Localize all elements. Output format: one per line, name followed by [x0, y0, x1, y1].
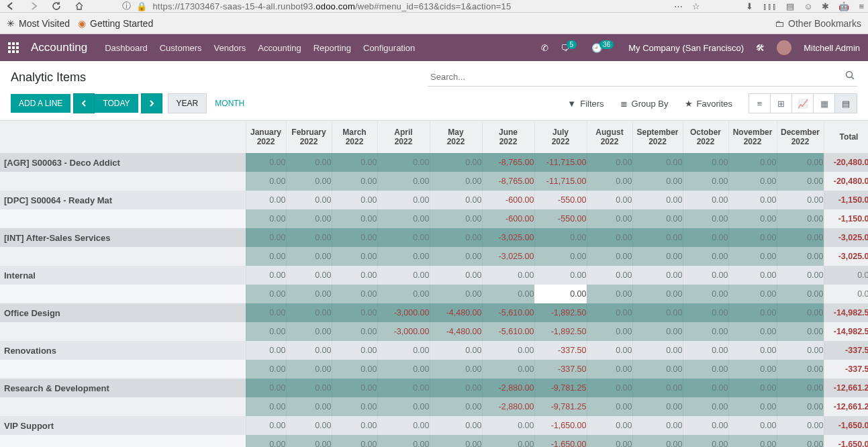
grid-cell[interactable]: -337.50 — [534, 341, 587, 360]
grid-cell[interactable]: 0.00 — [246, 322, 286, 341]
row-label[interactable]: VIP Support — [0, 416, 246, 435]
scale-month-button[interactable]: MONTH — [207, 93, 252, 113]
grid-cell[interactable]: 0.00 — [587, 228, 632, 247]
grid-cell[interactable]: 0.00 — [683, 341, 728, 360]
grid-cell[interactable]: 0.00 — [728, 266, 777, 285]
grid-cell[interactable]: 0.00 — [728, 341, 777, 360]
grid-cell[interactable]: 0.00 — [632, 379, 683, 397]
activity-icon[interactable]: 🕘36 — [591, 43, 616, 53]
menu-reporting[interactable]: Reporting — [314, 43, 351, 53]
bookmark-getting-started[interactable]: ◉Getting Started — [78, 18, 153, 29]
grid-cell[interactable]: 0.00 — [632, 360, 683, 379]
grid-cell[interactable]: 0.00 — [286, 397, 332, 416]
grid-cell[interactable]: -3,025.00 — [482, 228, 534, 247]
grid-cell[interactable]: 0.00 — [632, 209, 683, 228]
row-label[interactable]: Renovations — [0, 341, 246, 360]
grid-cell[interactable]: 0.00 — [587, 379, 632, 397]
row-label[interactable]: [INT] After-Sales Services — [0, 228, 246, 247]
grid-cell[interactable]: 0.00 — [587, 303, 632, 322]
grid-cell[interactable]: 0.00 — [430, 191, 482, 209]
grid-cell[interactable]: 0.00 — [777, 209, 824, 228]
grid-cell[interactable]: -11,715.00 — [534, 153, 587, 172]
grid-cell[interactable]: 0.00 — [728, 435, 777, 447]
grid-cell[interactable]: -1,892.50 — [534, 322, 587, 341]
grid-cell[interactable]: 0.00 — [777, 228, 824, 247]
grid-cell[interactable]: 0.00 — [777, 191, 824, 209]
grid-cell[interactable]: 0.00 — [332, 397, 377, 416]
more-icon[interactable]: ⋯ — [674, 1, 683, 11]
grid-cell[interactable]: 0.00 — [777, 172, 824, 191]
grid-cell[interactable]: -11,715.00 — [534, 172, 587, 191]
grid-cell[interactable]: -2,880.00 — [482, 379, 534, 397]
grid-cell[interactable]: 0.00 — [377, 209, 430, 228]
grid-cell[interactable]: 0.00 — [632, 416, 683, 435]
grid-cell[interactable]: -9,781.25 — [534, 379, 587, 397]
company-switcher[interactable]: My Company (San Francisco) — [628, 43, 744, 53]
grid-cell[interactable]: 0.00 — [534, 266, 587, 285]
grid-cell[interactable]: 0.00 — [683, 322, 728, 341]
grid-cell[interactable]: 0.00 — [728, 379, 777, 397]
grid-cell[interactable]: 0.00 — [683, 360, 728, 379]
grid-cell[interactable]: 0.00 — [246, 360, 286, 379]
library-icon[interactable]: ⫿⫿⫿ — [763, 1, 777, 11]
grid-cell[interactable]: 0.00 — [587, 247, 632, 266]
bookmark-other[interactable]: 🗀Other Bookmarks — [775, 18, 861, 29]
grid-cell[interactable]: -4,480.00 — [430, 303, 482, 322]
grid-cell[interactable]: -600.00 — [482, 209, 534, 228]
grid-cell[interactable]: 0.00 — [587, 172, 632, 191]
grid-cell[interactable]: 0.00 — [377, 416, 430, 435]
grid-cell[interactable]: 0.00 — [246, 285, 286, 303]
row-label[interactable]: [DPC] S00064 - Ready Mat — [0, 191, 246, 209]
grid-cell[interactable]: 0.00 — [728, 360, 777, 379]
grid-cell[interactable]: 0.00 — [587, 266, 632, 285]
grid-cell[interactable]: 0.00 — [482, 435, 534, 447]
grid-cell[interactable]: 0.00 — [777, 247, 824, 266]
grid-cell[interactable]: 0.00 — [587, 341, 632, 360]
reader-icon[interactable]: ▤ — [786, 1, 794, 11]
grid-cell[interactable]: 0.00 — [332, 435, 377, 447]
grid-cell[interactable]: 0.00 — [430, 172, 482, 191]
grid-cell[interactable]: 0.00 — [632, 266, 683, 285]
download-icon[interactable]: ⬇ — [746, 1, 753, 11]
row-label[interactable] — [0, 397, 246, 416]
grid-cell[interactable]: 0.00 — [728, 285, 777, 303]
grid-cell[interactable]: 0.00 — [728, 303, 777, 322]
messaging-icon[interactable]: 🗨5 — [561, 43, 580, 53]
grid-cell[interactable]: 0.00 — [587, 191, 632, 209]
today-button[interactable]: TODAY — [95, 94, 138, 113]
grid-cell[interactable]: 0.00 — [587, 397, 632, 416]
grid-cell[interactable]: 0.00 — [332, 379, 377, 397]
grid-cell[interactable]: 0.00 — [377, 360, 430, 379]
grid-cell[interactable]: 0.00 — [683, 397, 728, 416]
grid-cell[interactable]: 0.00 — [286, 266, 332, 285]
grid-cell[interactable]: 0.00 — [430, 397, 482, 416]
grid-cell[interactable]: 0.00 — [246, 153, 286, 172]
grid-cell[interactable]: 0.00 — [482, 266, 534, 285]
grid-cell[interactable]: 0.00 — [246, 416, 286, 435]
url-bar[interactable]: ⓘ 🔒 https://17303467-saas-15-4-all.runbo… — [122, 0, 511, 12]
grid-cell[interactable]: 0.00 — [482, 416, 534, 435]
grid-cell[interactable]: 0.00 — [777, 435, 824, 447]
avatar[interactable] — [777, 40, 791, 55]
grid-cell[interactable]: 0.00 — [683, 435, 728, 447]
menu-configuration[interactable]: Configuration — [363, 43, 415, 53]
favorites-dropdown[interactable]: ★Favorites — [685, 99, 732, 109]
grid-cell[interactable]: 0.00 — [430, 379, 482, 397]
grid-cell[interactable]: 0.00 — [482, 285, 534, 303]
grid-cell[interactable]: 0.00 — [632, 153, 683, 172]
grid-cell[interactable]: 0.00 — [286, 191, 332, 209]
grid-cell[interactable]: 0.00 — [246, 209, 286, 228]
menu-vendors[interactable]: Vendors — [214, 43, 246, 53]
grid-cell[interactable]: 0.00 — [332, 266, 377, 285]
grid-cell[interactable]: 0.00 — [587, 322, 632, 341]
grid-cell[interactable]: 0.00 — [534, 228, 587, 247]
grid-cell[interactable]: -3,000.00 — [377, 303, 430, 322]
grid-cell[interactable]: 0.00 — [534, 285, 587, 303]
row-label[interactable] — [0, 247, 246, 266]
grid-cell[interactable]: -1,892.50 — [534, 303, 587, 322]
grid-cell[interactable]: 0.00 — [777, 303, 824, 322]
grid-cell[interactable]: 0.00 — [332, 303, 377, 322]
grid-cell[interactable]: 0.00 — [777, 266, 824, 285]
grid-cell[interactable]: 0.00 — [632, 172, 683, 191]
grid-cell[interactable]: 0.00 — [683, 191, 728, 209]
